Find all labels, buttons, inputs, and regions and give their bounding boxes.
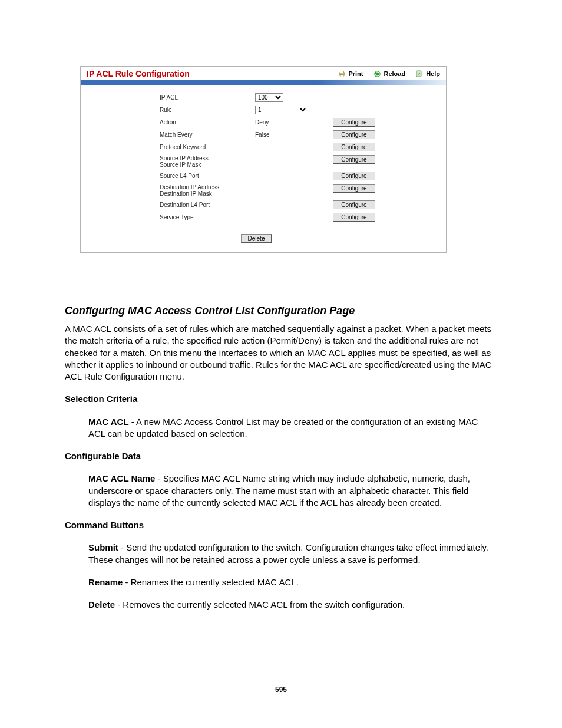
label-protocol: Protocol Keyword [160, 144, 206, 150]
delete-term: Delete [88, 599, 115, 610]
configure-src-port-button[interactable]: Configure [333, 172, 375, 180]
label-match-every: Match Every [160, 131, 193, 138]
value-match-every: False [255, 131, 269, 138]
mac-acl-term: MAC ACL [88, 417, 129, 427]
svg-text:?: ? [418, 71, 420, 75]
rename-term: Rename [88, 577, 123, 587]
configure-protocol-button[interactable]: Configure [333, 143, 375, 151]
row-dst-ip: Destination IP Address Destination IP Ma… [156, 182, 379, 199]
reload-icon [373, 70, 381, 78]
row-src-ip: Source IP Address Source IP Mask Configu… [156, 153, 379, 170]
ip-acl-select[interactable]: 100 [255, 93, 283, 102]
config-panel: IP ACL Rule Configuration Print [80, 66, 447, 253]
mac-acl-text: - A new MAC Access Control List may be c… [88, 417, 478, 439]
row-protocol: Protocol Keyword Configure [156, 141, 379, 153]
page-number: 595 [0, 686, 562, 694]
row-src-port: Source L4 Port Configure [156, 170, 379, 182]
delete-button[interactable]: Delete [241, 234, 272, 243]
print-label: Print [348, 70, 363, 77]
submit-paragraph: Submit - Send the updated configuration … [88, 542, 495, 566]
row-service-type: Service Type Configure [156, 211, 379, 223]
document-content: Configuring MAC Access Control List Conf… [65, 305, 495, 621]
header-accent-bar [81, 80, 446, 85]
row-rule: Rule 1 [156, 104, 379, 116]
configure-service-type-button[interactable]: Configure [333, 213, 375, 222]
section-heading: Configuring MAC Access Control List Conf… [65, 305, 495, 317]
panel-header: IP ACL Rule Configuration Print [81, 67, 446, 80]
label-action: Action [160, 119, 176, 126]
mac-acl-name-paragraph: MAC ACL Name - Specifies MAC ACL Name st… [88, 473, 495, 509]
configure-dst-port-button[interactable]: Configure [333, 200, 375, 209]
submit-term: Submit [88, 542, 118, 552]
label-service-type: Service Type [160, 214, 194, 220]
rename-paragraph: Rename - Renames the currently selected … [88, 577, 495, 588]
label-src-port: Source L4 Port [160, 173, 199, 179]
config-form: IP ACL 100 Rule 1 [156, 91, 379, 223]
delete-text: - Removes the currently selected MAC ACL… [115, 599, 405, 610]
configure-dst-ip-button[interactable]: Configure [333, 184, 375, 193]
svg-rect-2 [340, 74, 343, 77]
row-match-every: Match Every False Configure [156, 129, 379, 141]
command-buttons-heading: Command Buttons [65, 519, 495, 531]
delete-paragraph: Delete - Removes the currently selected … [88, 599, 495, 611]
submit-text: - Send the updated configuration to the … [88, 542, 488, 564]
label-dst-mask: Destination IP Mask [160, 190, 248, 197]
help-label: Help [426, 70, 440, 77]
rule-select[interactable]: 1 [255, 106, 308, 114]
rename-text: - Renames the currently selected MAC ACL… [123, 577, 298, 587]
help-icon: ? [416, 70, 424, 78]
value-action: Deny [255, 119, 269, 126]
mac-acl-paragraph: MAC ACL - A new MAC Access Control List … [88, 416, 495, 440]
reload-action[interactable]: Reload [373, 70, 405, 78]
printer-icon [338, 70, 346, 78]
row-action: Action Deny Configure [156, 116, 379, 129]
mac-acl-name-term: MAC ACL Name [88, 473, 155, 483]
label-ip-acl: IP ACL [160, 94, 178, 101]
label-src-mask: Source IP Mask [160, 162, 248, 168]
configure-match-button[interactable]: Configure [333, 130, 375, 139]
label-rule: Rule [160, 107, 172, 113]
print-action[interactable]: Print [338, 70, 363, 78]
intro-paragraph: A MAC ACL consists of a set of rules whi… [65, 323, 495, 383]
svg-rect-1 [340, 71, 344, 73]
row-ip-acl: IP ACL 100 [156, 91, 379, 104]
configure-action-button[interactable]: Configure [333, 118, 375, 127]
configurable-data-heading: Configurable Data [65, 450, 495, 462]
label-dst-ip: Destination IP Address [160, 184, 248, 190]
row-dst-port: Destination L4 Port Configure [156, 199, 379, 211]
reload-label: Reload [384, 70, 405, 77]
panel-title: IP ACL Rule Configuration [87, 69, 328, 78]
label-src-ip: Source IP Address [160, 155, 248, 162]
configure-src-ip-button[interactable]: Configure [333, 155, 375, 164]
label-dst-port: Destination L4 Port [160, 202, 210, 208]
panel-body: IP ACL 100 Rule 1 [81, 85, 446, 252]
selection-criteria-heading: Selection Criteria [65, 393, 495, 405]
help-action[interactable]: ? Help [416, 70, 440, 78]
